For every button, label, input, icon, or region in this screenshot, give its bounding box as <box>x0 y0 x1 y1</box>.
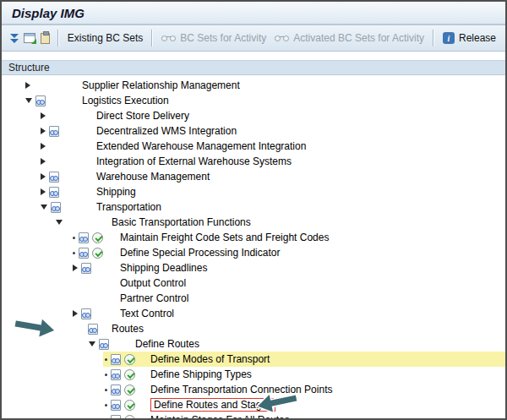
execute-activity-icon[interactable] <box>124 385 135 395</box>
expand-arrow-icon[interactable] <box>41 128 46 134</box>
tree-node-routes[interactable]: Routes <box>2 321 505 336</box>
documentation-icon[interactable] <box>81 263 91 274</box>
tree-node-glyphs <box>41 184 59 199</box>
execute-activity-icon[interactable] <box>124 369 135 380</box>
activated-bc-sets-button[interactable]: Activated BC Sets for Activity <box>270 30 428 46</box>
documentation-icon[interactable] <box>111 354 121 365</box>
documentation-icon[interactable] <box>111 385 121 395</box>
tree-node-label[interactable]: Extended Warehouse Management Integratio… <box>96 139 306 154</box>
tree-node-label[interactable]: Direct Store Delivery <box>96 108 189 123</box>
documentation-icon[interactable] <box>49 187 59 198</box>
tree-node[interactable]: Maintain Freight Code Sets and Freight C… <box>2 230 505 245</box>
documentation-icon[interactable] <box>79 232 89 243</box>
clipboard-glyph <box>41 33 50 44</box>
tree-node[interactable]: Basic Transportation Functions <box>2 215 505 230</box>
documentation-icon[interactable] <box>88 324 98 335</box>
structure-header: Structure <box>2 60 505 75</box>
documentation-icon[interactable] <box>81 308 91 319</box>
tree-node-label[interactable]: Partner Control <box>120 291 188 306</box>
tree-node-label[interactable]: Integration of External Warehouse System… <box>96 154 292 169</box>
existing-bc-sets-button[interactable]: Existing BC Sets <box>63 30 147 46</box>
release-button[interactable]: i Release <box>439 30 500 46</box>
tree-node-highlighted[interactable]: Define Modes of Transport <box>2 352 505 367</box>
tree-node-label[interactable]: Output Control <box>120 275 186 291</box>
documentation-icon[interactable] <box>99 339 109 350</box>
tree-node-label[interactable]: Define Special Processing Indicator <box>120 245 280 260</box>
expand-arrow-icon[interactable] <box>41 188 46 195</box>
bullet-icon <box>73 252 75 254</box>
tree-node[interactable]: Direct Store Delivery <box>2 108 505 123</box>
expand-arrow-icon[interactable] <box>73 265 78 271</box>
tree-node[interactable]: Extended Warehouse Management Integratio… <box>2 139 505 154</box>
documentation-icon[interactable] <box>111 400 121 411</box>
tree-node[interactable]: Shipping Deadlines <box>2 260 505 275</box>
tree-node[interactable]: Text Control <box>2 306 505 321</box>
tree-node[interactable]: Maintain Stages For All Routes <box>2 412 505 420</box>
tree-node[interactable]: Define Transportation Connection Points <box>2 382 505 397</box>
tree-node-label[interactable]: Define Modes of Transport <box>150 352 270 367</box>
expand-arrow-icon[interactable] <box>41 158 46 165</box>
expand-arrow-icon[interactable] <box>41 112 46 119</box>
documentation-icon[interactable] <box>51 202 61 213</box>
tree-node-label[interactable]: Define Routes and Stages <box>150 398 275 412</box>
tree-node-glyphs <box>41 108 46 123</box>
bullet-icon <box>73 237 75 239</box>
tree-node[interactable]: Supplier Relationship Management <box>2 78 505 93</box>
documentation-icon[interactable] <box>111 415 121 420</box>
tree-node[interactable]: Transportation <box>2 199 505 215</box>
tree-node-glyphs <box>105 382 135 397</box>
title-bar: Display IMG <box>2 2 505 25</box>
tree-node[interactable]: Output Control <box>2 275 505 291</box>
expand-arrow-icon[interactable] <box>25 82 30 89</box>
collapse-arrow-icon[interactable] <box>41 205 47 210</box>
documentation-icon[interactable] <box>49 172 59 183</box>
tree-node-label[interactable]: Transportation <box>96 199 161 215</box>
collapse-arrow-icon[interactable] <box>89 341 95 346</box>
tree-node-glyphs <box>41 123 59 139</box>
tree-node[interactable]: Integration of External Warehouse System… <box>2 154 505 169</box>
tree-node[interactable]: Shipping <box>2 184 505 199</box>
execute-activity-icon[interactable] <box>124 415 135 420</box>
documentation-icon[interactable] <box>111 369 121 380</box>
bc-sets-for-activity-label: BC Sets for Activity <box>180 32 266 44</box>
tree-node-label[interactable]: Shipping Deadlines <box>120 260 207 275</box>
execute-activity-icon[interactable] <box>92 248 103 259</box>
execute-activity-icon[interactable] <box>124 400 135 411</box>
tree-node[interactable]: Warehouse Management <box>2 169 505 184</box>
tree-node-label[interactable]: Shipping <box>96 184 136 199</box>
tree-node[interactable]: Define Special Processing Indicator <box>2 245 505 260</box>
bc-sets-for-activity-button[interactable]: BC Sets for Activity <box>157 30 270 46</box>
tree-node-red-boxed[interactable]: Define Routes and Stages <box>2 397 505 412</box>
tree-node-label[interactable]: Define Shipping Types <box>150 367 252 382</box>
tree-node-label[interactable]: Logistics Execution <box>82 93 169 108</box>
tree-node[interactable]: Partner Control <box>2 291 505 306</box>
collapse-arrow-icon[interactable] <box>56 220 63 225</box>
documentation-icon[interactable] <box>79 248 89 259</box>
clipboard-icon[interactable] <box>39 30 52 46</box>
tree-node-label[interactable]: Text Control <box>120 306 174 321</box>
double-chevron-icon[interactable] <box>8 30 21 46</box>
tree-node-label[interactable]: Warehouse Management <box>96 169 210 184</box>
tree-node[interactable]: Define Routes <box>2 336 505 352</box>
sap-display-img-window: Display IMG Existing BC Sets BC Sets for… <box>0 0 507 420</box>
tree-node-label[interactable]: Define Transportation Connection Points <box>150 382 332 397</box>
tree-node-label[interactable]: Basic Transportation Functions <box>112 215 251 230</box>
tree-node-label[interactable]: Maintain Freight Code Sets and Freight C… <box>120 230 329 245</box>
tree-node-label[interactable]: Decentralized WMS Integration <box>96 123 237 139</box>
tree-node[interactable]: Logistics Execution <box>2 93 505 108</box>
tree-node-label[interactable]: Define Routes <box>135 336 199 352</box>
tree-node[interactable]: Define Shipping Types <box>2 367 505 382</box>
expand-arrow-icon[interactable] <box>41 143 46 150</box>
documentation-icon[interactable] <box>35 95 46 106</box>
execute-activity-icon[interactable] <box>92 232 103 243</box>
tree-node-label[interactable]: Maintain Stages For All Routes <box>150 412 290 420</box>
tree-node-label[interactable]: Routes <box>112 321 144 336</box>
documentation-icon[interactable] <box>49 126 59 137</box>
execute-activity-icon[interactable] <box>124 354 135 365</box>
expand-arrow-icon[interactable] <box>73 310 78 317</box>
collapse-arrow-icon[interactable] <box>25 98 32 103</box>
table-settings-icon[interactable] <box>23 30 36 46</box>
expand-arrow-icon[interactable] <box>41 173 46 180</box>
tree-node-label[interactable]: Supplier Relationship Management <box>82 78 240 93</box>
tree-node[interactable]: Decentralized WMS Integration <box>2 123 505 139</box>
